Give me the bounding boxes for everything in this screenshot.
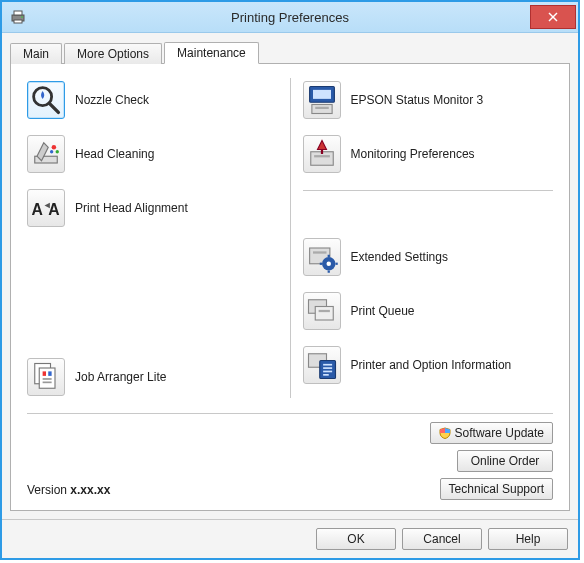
dialog-footer: OK Cancel Help bbox=[2, 519, 578, 558]
window: Printing Preferences Main More Options M… bbox=[0, 0, 580, 560]
tab-panel-maintenance: Nozzle Check Head Cleaning A◄A Print Hea… bbox=[10, 63, 570, 511]
extended-settings-label: Extended Settings bbox=[351, 250, 448, 264]
side-buttons: Software Update Online Order Technical S… bbox=[430, 422, 553, 500]
svg-rect-20 bbox=[43, 382, 52, 384]
svg-point-31 bbox=[326, 262, 331, 267]
svg-rect-18 bbox=[48, 371, 51, 376]
print-queue-item[interactable]: Print Queue bbox=[303, 289, 554, 333]
close-icon bbox=[548, 12, 558, 22]
svg-rect-44 bbox=[323, 374, 329, 376]
printer-option-info-item[interactable]: Printer and Option Information bbox=[303, 343, 554, 387]
online-order-label: Online Order bbox=[471, 454, 540, 468]
online-order-button[interactable]: Online Order bbox=[457, 450, 553, 472]
vertical-divider bbox=[290, 78, 291, 398]
svg-point-9 bbox=[52, 145, 57, 150]
head-cleaning-icon bbox=[27, 135, 65, 173]
ok-button[interactable]: OK bbox=[316, 528, 396, 550]
left-column: Nozzle Check Head Cleaning A◄A Print Hea… bbox=[27, 78, 278, 409]
status-monitor-item[interactable]: EPSON Status Monitor 3 bbox=[303, 78, 554, 122]
svg-rect-37 bbox=[315, 307, 333, 321]
status-monitor-icon bbox=[303, 81, 341, 119]
monitoring-preferences-label: Monitoring Preferences bbox=[351, 147, 475, 161]
shield-icon bbox=[439, 427, 455, 439]
window-title: Printing Preferences bbox=[2, 10, 578, 25]
left-spacer bbox=[27, 240, 278, 355]
bottom-row: Version x.xx.xx Software Update Online O… bbox=[27, 422, 553, 500]
bottom-divider bbox=[27, 413, 553, 414]
right-divider-1 bbox=[303, 190, 554, 191]
svg-line-7 bbox=[49, 103, 58, 112]
print-queue-label: Print Queue bbox=[351, 304, 415, 318]
extended-settings-item[interactable]: Extended Settings bbox=[303, 235, 554, 279]
monitoring-preferences-item[interactable]: Monitoring Preferences bbox=[303, 132, 554, 176]
monitoring-preferences-icon bbox=[303, 135, 341, 173]
status-monitor-label: EPSON Status Monitor 3 bbox=[351, 93, 484, 107]
svg-point-10 bbox=[56, 150, 59, 153]
nozzle-check-item[interactable]: Nozzle Check bbox=[27, 78, 278, 122]
svg-rect-42 bbox=[323, 367, 332, 369]
magnifier-drop-icon bbox=[27, 81, 65, 119]
client-area: Main More Options Maintenance Nozzle Che… bbox=[2, 33, 578, 519]
version-number: x.xx.xx bbox=[70, 483, 110, 497]
svg-rect-22 bbox=[313, 90, 331, 99]
head-cleaning-item[interactable]: Head Cleaning bbox=[27, 132, 278, 176]
print-head-alignment-label: Print Head Alignment bbox=[75, 201, 188, 215]
svg-rect-43 bbox=[323, 371, 332, 373]
technical-support-button[interactable]: Technical Support bbox=[440, 478, 553, 500]
print-queue-icon bbox=[303, 292, 341, 330]
job-arranger-lite-item[interactable]: Job Arranger Lite bbox=[27, 355, 278, 399]
svg-rect-24 bbox=[315, 107, 329, 109]
printer-icon bbox=[10, 9, 26, 25]
right-gap-1 bbox=[303, 205, 554, 235]
svg-rect-29 bbox=[313, 251, 327, 253]
version-label: Version bbox=[27, 483, 70, 497]
nozzle-check-label: Nozzle Check bbox=[75, 93, 149, 107]
svg-text:A: A bbox=[31, 201, 42, 218]
svg-rect-2 bbox=[14, 20, 22, 23]
print-head-alignment-item[interactable]: A◄A Print Head Alignment bbox=[27, 186, 278, 230]
print-head-alignment-icon: A◄A bbox=[27, 189, 65, 227]
job-arranger-icon bbox=[27, 358, 65, 396]
tab-strip: Main More Options Maintenance bbox=[10, 39, 570, 63]
cancel-button[interactable]: Cancel bbox=[402, 528, 482, 550]
columns: Nozzle Check Head Cleaning A◄A Print Hea… bbox=[27, 78, 553, 409]
printer-option-info-icon bbox=[303, 346, 341, 384]
technical-support-label: Technical Support bbox=[449, 482, 544, 496]
svg-rect-17 bbox=[43, 371, 46, 376]
svg-text:A: A bbox=[48, 201, 59, 218]
svg-point-3 bbox=[21, 16, 23, 18]
tab-more-options[interactable]: More Options bbox=[64, 43, 162, 64]
svg-rect-1 bbox=[14, 11, 22, 15]
svg-rect-19 bbox=[43, 378, 52, 380]
tab-main[interactable]: Main bbox=[10, 43, 62, 64]
svg-rect-38 bbox=[318, 310, 329, 312]
printer-option-info-label: Printer and Option Information bbox=[351, 358, 512, 372]
job-arranger-lite-label: Job Arranger Lite bbox=[75, 370, 166, 384]
software-update-button[interactable]: Software Update bbox=[430, 422, 553, 444]
tab-maintenance[interactable]: Maintenance bbox=[164, 42, 259, 64]
svg-rect-26 bbox=[314, 155, 330, 157]
svg-rect-40 bbox=[319, 361, 335, 379]
svg-point-11 bbox=[50, 150, 53, 153]
help-button[interactable]: Help bbox=[488, 528, 568, 550]
svg-rect-41 bbox=[323, 364, 332, 366]
software-update-label: Software Update bbox=[455, 426, 544, 440]
close-button[interactable] bbox=[530, 5, 576, 29]
head-cleaning-label: Head Cleaning bbox=[75, 147, 154, 161]
right-column: EPSON Status Monitor 3 Monitoring Prefer… bbox=[303, 78, 554, 409]
version-text: Version x.xx.xx bbox=[27, 483, 110, 500]
extended-settings-icon bbox=[303, 238, 341, 276]
titlebar: Printing Preferences bbox=[2, 2, 578, 33]
